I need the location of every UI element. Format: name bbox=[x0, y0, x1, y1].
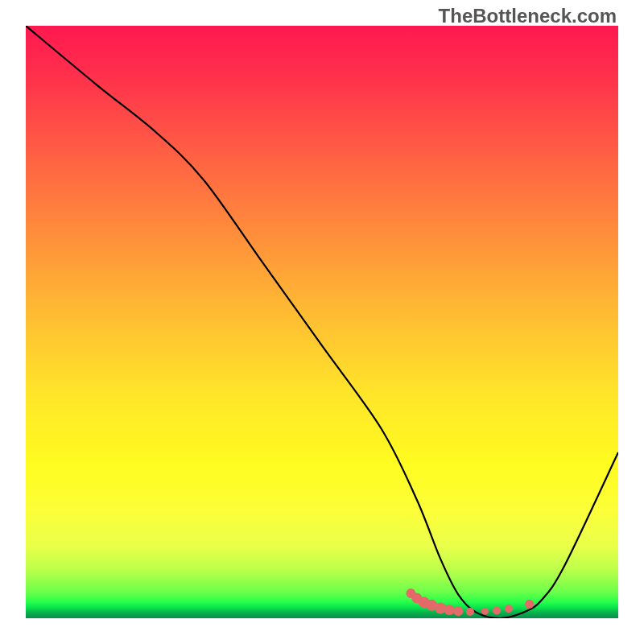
marker-dot bbox=[453, 606, 463, 616]
marker-dot bbox=[481, 608, 489, 615]
bottleneck-chart: TheBottleneck.com bbox=[0, 0, 644, 644]
curve-path bbox=[26, 26, 618, 618]
marker-dot bbox=[444, 605, 455, 615]
marker-dot bbox=[493, 606, 501, 614]
curve-layer bbox=[26, 26, 618, 618]
bottleneck-curve bbox=[26, 26, 618, 618]
bottleneck-markers bbox=[406, 588, 534, 616]
marker-dot bbox=[525, 600, 534, 609]
watermark-text: TheBottleneck.com bbox=[439, 5, 617, 27]
plot-area bbox=[26, 26, 618, 618]
marker-dot bbox=[435, 602, 446, 613]
marker-dot bbox=[466, 608, 474, 616]
marker-dot bbox=[505, 605, 513, 613]
